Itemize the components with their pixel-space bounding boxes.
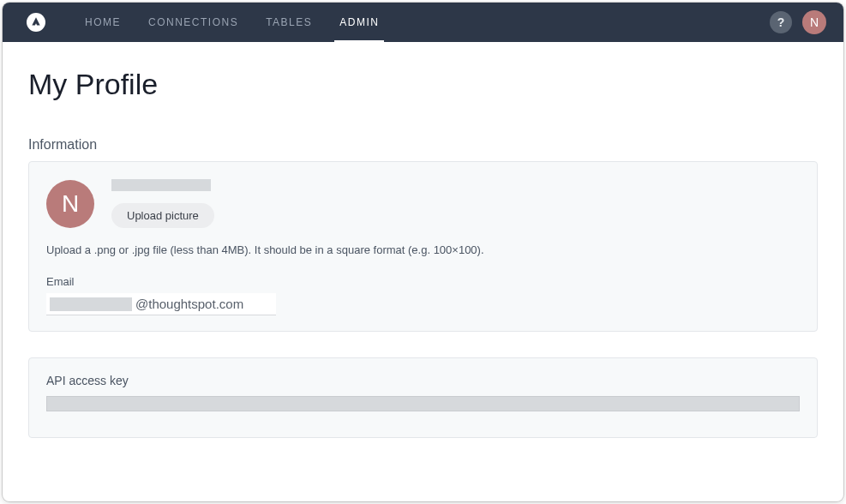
section-title-information: Information <box>28 137 818 153</box>
email-local-redacted <box>50 297 132 311</box>
email-label: Email <box>46 275 800 288</box>
profile-avatar-initial: N <box>62 190 79 218</box>
avatar-initial: N <box>810 15 819 29</box>
app-logo[interactable] <box>27 13 45 32</box>
information-card: N Upload picture Upload a .png or .jpg f… <box>28 161 818 332</box>
api-key-card: API access key <box>28 357 818 438</box>
upload-picture-button[interactable]: Upload picture <box>111 203 214 228</box>
profile-name-redacted <box>111 179 211 191</box>
upload-hint: Upload a .png or .jpg file (less than 4M… <box>46 243 800 256</box>
nav-admin[interactable]: ADMIN <box>326 3 393 42</box>
top-nav-bar: HOME CONNECTIONS TABLES ADMIN ? N <box>3 3 843 42</box>
page-content: My Profile Information N Upload picture … <box>3 42 843 501</box>
help-icon: ? <box>777 15 785 29</box>
nav-tables[interactable]: TABLES <box>252 3 326 42</box>
logo-icon <box>30 16 42 28</box>
api-key-label: API access key <box>46 374 800 387</box>
email-domain: @thoughtspot.com <box>135 297 243 311</box>
profile-avatar: N <box>46 180 94 228</box>
email-field[interactable]: @thoughtspot.com <box>46 293 276 315</box>
help-button[interactable]: ? <box>770 11 792 33</box>
nav-connections[interactable]: CONNECTIONS <box>135 3 252 42</box>
page-title: My Profile <box>28 68 818 101</box>
user-avatar[interactable]: N <box>802 10 826 34</box>
nav-home[interactable]: HOME <box>71 3 135 42</box>
api-key-value-redacted[interactable] <box>46 396 800 411</box>
main-nav: HOME CONNECTIONS TABLES ADMIN <box>71 3 393 42</box>
